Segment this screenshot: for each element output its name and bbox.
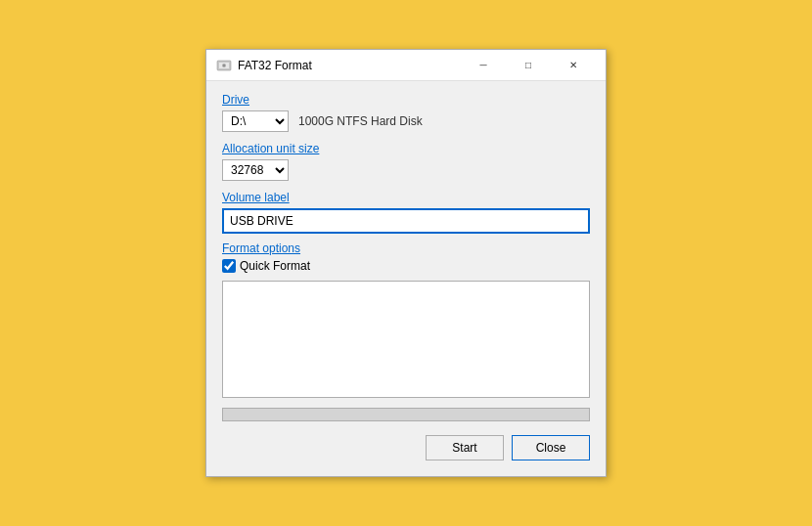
quick-format-checkbox[interactable] [222,259,236,273]
format-options-wrapper: Format options [222,241,590,255]
title-bar: FAT32 Format ─ □ ✕ [206,50,606,81]
allocation-select[interactable]: 512 1024 2048 4096 8192 16384 32768 6553… [222,159,289,181]
format-options-label: Format options [222,241,300,255]
allocation-label-wrapper: Allocation unit size [222,142,590,155]
minimize-button[interactable]: ─ [461,50,506,81]
disk-info: 1000G NTFS Hard Disk [298,114,423,128]
progress-bar-container [222,408,590,421]
svg-point-3 [223,65,225,66]
output-area [222,281,590,398]
drive-section-label-wrapper: Drive [222,93,590,107]
drive-label: Drive [222,93,249,107]
volume-label-input[interactable] [222,208,590,234]
close-button[interactable]: Close [512,435,590,460]
title-left: FAT32 Format [216,58,312,73]
allocation-label: Allocation unit size [222,142,319,155]
drive-row: D:\ 1000G NTFS Hard Disk [222,110,590,132]
maximize-button[interactable]: □ [506,50,551,81]
fat32-format-window: FAT32 Format ─ □ ✕ Drive D:\ 1000G NTFS … [205,49,607,477]
close-window-button[interactable]: ✕ [551,50,596,81]
volume-label: Volume label [222,191,290,204]
button-row: Start Close [222,435,590,460]
allocation-section: Allocation unit size 512 1024 2048 4096 … [222,142,590,181]
window-title: FAT32 Format [238,59,312,72]
drive-select[interactable]: D:\ [222,110,289,132]
volume-label-wrapper: Volume label [222,191,590,204]
window-icon [216,58,232,73]
quick-format-row: Quick Format [222,259,590,273]
start-button[interactable]: Start [426,435,504,460]
volume-section: Volume label [222,191,590,234]
title-buttons: ─ □ ✕ [461,58,596,73]
quick-format-label: Quick Format [240,259,310,273]
dialog-content: Drive D:\ 1000G NTFS Hard Disk Allocatio… [206,81,606,476]
